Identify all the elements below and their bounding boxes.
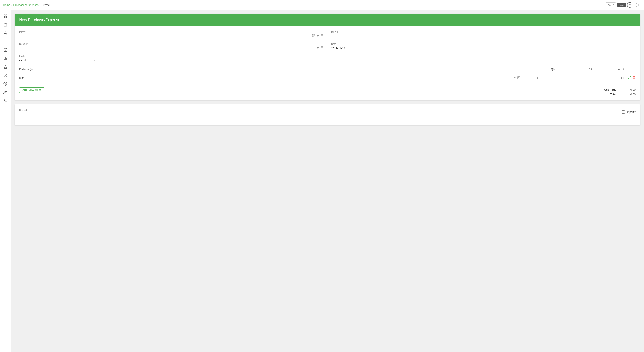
svg-line-24 xyxy=(6,76,7,77)
sidebar-item-people[interactable] xyxy=(2,88,9,96)
sidebar xyxy=(0,10,11,352)
breadcrumb: Home / Purchases/Expenses / Create xyxy=(3,4,50,6)
bill-no-label: Bill No.* xyxy=(331,30,636,33)
subtotal-row: Sub Total 0.00 xyxy=(597,88,636,91)
bottom-row: ADD NEW ROW Sub Total 0.00 Total 0.00 xyxy=(19,85,636,96)
qty-input[interactable] xyxy=(520,76,555,80)
totals-section: Sub Total 0.00 Total 0.00 xyxy=(597,88,636,96)
remarks-textarea[interactable] xyxy=(19,113,614,121)
discount-input[interactable] xyxy=(19,46,315,50)
nav-counter: 76/77 xyxy=(606,2,616,7)
avatar-button[interactable]: B.S xyxy=(618,3,626,7)
breadcrumb-sep1: / xyxy=(11,4,12,6)
svg-rect-3 xyxy=(4,16,5,18)
sidebar-item-user[interactable] xyxy=(2,29,9,37)
import-group: Import? xyxy=(622,109,636,114)
svg-point-21 xyxy=(4,74,5,75)
svg-point-26 xyxy=(5,84,6,84)
form-header: New Purchase/Expense xyxy=(14,14,640,26)
form-row-3: Mode Credit Cash Bank Transfer ▼ xyxy=(19,55,636,63)
import-label: Import? xyxy=(626,110,636,114)
form-row-2: Discount ▼ Date xyxy=(19,43,636,51)
item-select[interactable]: Item xyxy=(19,76,512,80)
item-add-icon[interactable] xyxy=(517,76,520,80)
table-header: Particular(s) Qty Rate Amnt xyxy=(19,68,636,72)
mode-select[interactable]: Credit Cash Bank Transfer xyxy=(19,58,93,63)
col-qty: Qty xyxy=(520,68,555,70)
party-list-icon[interactable] xyxy=(312,34,315,38)
svg-rect-31 xyxy=(314,34,315,35)
breadcrumb-current: Create xyxy=(42,4,50,6)
party-label: Party* xyxy=(19,30,324,33)
table-section: Particular(s) Qty Rate Amnt Item ▼ xyxy=(19,68,636,96)
rate-input[interactable] xyxy=(555,76,593,80)
mode-group: Mode Credit Cash Bank Transfer ▼ xyxy=(19,55,96,63)
svg-rect-33 xyxy=(314,36,315,37)
sidebar-item-cart[interactable] xyxy=(2,97,9,104)
rate-cell xyxy=(555,76,593,80)
expand-row-button[interactable] xyxy=(628,76,631,80)
sidebar-item-dashboard[interactable] xyxy=(2,12,9,20)
discount-input-wrapper: ▼ xyxy=(19,46,324,51)
home-link[interactable]: Home xyxy=(3,4,10,6)
col-actions xyxy=(624,68,636,70)
delete-row-button[interactable] xyxy=(632,76,636,80)
subtotal-value: 0.00 xyxy=(624,88,636,91)
mode-select-wrapper: Credit Cash Bank Transfer ▼ xyxy=(19,58,96,63)
svg-point-22 xyxy=(4,76,5,77)
date-input[interactable] xyxy=(331,46,636,51)
discount-label: Discount xyxy=(19,43,324,45)
party-dropdown-icon[interactable]: ▼ xyxy=(316,34,319,38)
sidebar-item-ledger[interactable] xyxy=(2,54,9,62)
import-checkbox[interactable] xyxy=(622,110,625,114)
total-value: 0.00 xyxy=(624,93,636,96)
party-input-wrapper: ▼ xyxy=(19,34,324,39)
date-label: Date xyxy=(331,43,636,45)
sidebar-item-clipboard[interactable] xyxy=(2,21,9,28)
main-content: New Purchase/Expense Party* ▼ xyxy=(11,10,644,352)
mode-dropdown-arrow: ▼ xyxy=(94,59,96,62)
svg-line-25 xyxy=(4,75,5,75)
svg-rect-4 xyxy=(6,16,7,18)
discount-add-icon[interactable] xyxy=(320,46,324,50)
svg-marker-20 xyxy=(4,65,6,66)
amount-value: 0.00 xyxy=(619,76,624,80)
breadcrumb-sep2: / xyxy=(40,4,40,6)
row-actions xyxy=(624,76,636,80)
topbar: Home / Purchases/Expenses / Create 76/77… xyxy=(0,0,644,10)
svg-point-27 xyxy=(4,91,6,92)
svg-point-28 xyxy=(4,102,5,102)
subtotal-label: Sub Total xyxy=(597,88,616,91)
svg-rect-5 xyxy=(4,23,6,24)
svg-rect-32 xyxy=(312,36,313,37)
form-title: New Purchase/Expense xyxy=(19,18,60,22)
svg-point-6 xyxy=(4,32,6,33)
total-label: Total xyxy=(597,93,616,96)
discount-group: Discount ▼ xyxy=(19,43,324,51)
party-add-icon[interactable] xyxy=(320,34,324,38)
bill-no-input[interactable] xyxy=(331,34,636,39)
item-dropdown-arrow: ▼ xyxy=(514,77,516,79)
logout-button[interactable] xyxy=(634,2,641,8)
svg-rect-30 xyxy=(312,34,313,35)
item-select-wrapper: Item ▼ xyxy=(19,76,520,80)
sidebar-item-scissors[interactable] xyxy=(2,72,9,79)
qty-cell xyxy=(520,76,555,80)
col-particulars: Particular(s) xyxy=(19,68,520,70)
svg-rect-1 xyxy=(4,15,5,16)
sidebar-item-settings[interactable] xyxy=(2,80,9,88)
sidebar-item-bag[interactable] xyxy=(2,46,9,54)
remarks-label: Remarks xyxy=(19,109,614,112)
col-amnt: Amnt xyxy=(593,68,624,70)
sidebar-item-bank[interactable] xyxy=(2,63,9,71)
party-input[interactable] xyxy=(19,34,311,38)
remarks-group: Remarks xyxy=(19,109,614,121)
add-new-row-button[interactable]: ADD NEW ROW xyxy=(19,88,44,93)
help-button[interactable]: ? xyxy=(627,2,632,8)
svg-rect-2 xyxy=(6,15,7,16)
total-row: Total 0.00 xyxy=(597,93,636,96)
discount-dropdown-icon[interactable]: ▼ xyxy=(316,46,319,50)
sidebar-item-table[interactable] xyxy=(2,38,9,45)
purchases-link[interactable]: Purchases/Expenses xyxy=(13,4,38,6)
svg-rect-7 xyxy=(4,40,7,43)
